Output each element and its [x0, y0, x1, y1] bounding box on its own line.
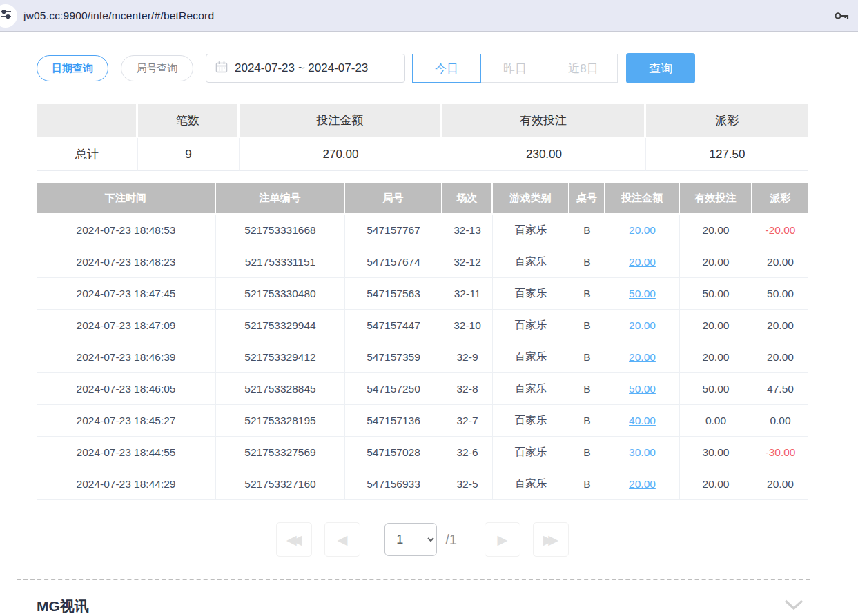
summary-table: 笔数 投注金额 有效投注 派彩 总计 9 270.00 230.00 127.5… — [37, 104, 808, 171]
mg-video-section-header[interactable]: MG视讯 — [37, 597, 808, 616]
valid-bet-cell: 20.00 — [680, 246, 752, 278]
game-type-cell: 百家乐 — [493, 215, 569, 246]
table-row: 2024-07-23 18:45:27 521753328195 5471571… — [37, 405, 808, 437]
bet-amount-link[interactable]: 30.00 — [629, 446, 656, 458]
valid-bet-cell: 30.00 — [680, 437, 752, 468]
round-no-cell: 547157563 — [345, 278, 442, 310]
bet-time-cell: 2024-07-23 18:48:53 — [37, 215, 216, 246]
session-cell: 32-11 — [442, 278, 493, 310]
table-no-cell: B — [569, 373, 605, 405]
table-row: 2024-07-23 18:46:39 521753329412 5471573… — [37, 341, 808, 373]
valid-bet-cell: 20.00 — [680, 341, 752, 373]
game-type-cell: 百家乐 — [493, 310, 569, 341]
total-pages-label: /1 — [445, 532, 457, 548]
bet-amount-cell: 40.00 — [605, 405, 680, 437]
order-no-cell: 521753330480 — [216, 278, 345, 310]
bet-amount-link[interactable]: 20.00 — [629, 351, 656, 363]
date-query-tab[interactable]: 日期查询 — [37, 55, 108, 81]
bet-amount-cell: 20.00 — [605, 468, 680, 500]
summary-payout-value: 127.50 — [646, 138, 808, 171]
next-page-button[interactable]: ▶ — [485, 522, 520, 557]
key-icon[interactable] — [834, 9, 849, 26]
table-row: 2024-07-23 18:48:23 521753331151 5471576… — [37, 246, 808, 278]
valid-bet-cell: 0.00 — [680, 405, 752, 437]
date-range-input[interactable]: 2024-07-23 ~ 2024-07-23 — [206, 54, 405, 83]
date-query-label: 日期查询 — [52, 62, 93, 75]
yesterday-button[interactable]: 昨日 — [480, 54, 549, 83]
bet-record-table: 下注时间 注单编号 局号 场次 游戏类别 桌号 投注金额 有效投注 派彩 202… — [37, 183, 808, 500]
today-button[interactable]: 今日 — [412, 54, 481, 83]
table-no-cell: B — [569, 310, 605, 341]
summary-bet-amount-value: 270.00 — [240, 138, 442, 171]
mg-video-title: MG视讯 — [37, 597, 89, 616]
game-type-cell: 百家乐 — [493, 405, 569, 437]
last8days-button[interactable]: 近8日 — [549, 54, 618, 83]
order-no-cell: 521753328845 — [216, 373, 345, 405]
tune-icon — [0, 8, 12, 23]
summary-total-label: 总计 — [37, 138, 138, 171]
summary-valid-bet-value: 230.00 — [442, 138, 646, 171]
bet-time-cell: 2024-07-23 18:45:27 — [37, 405, 216, 437]
last8days-label: 近8日 — [568, 61, 598, 77]
col-header-payout: 派彩 — [752, 183, 808, 215]
session-cell: 32-10 — [442, 310, 493, 341]
summary-col-bet-amount: 投注金额 — [240, 104, 442, 138]
round-no-cell: 547157250 — [345, 373, 442, 405]
session-cell: 32-6 — [442, 437, 493, 468]
prev-page-button[interactable]: ◀ — [324, 522, 360, 557]
first-page-button[interactable]: ◀◀ — [276, 522, 312, 557]
payout-cell: 20.00 — [752, 468, 808, 500]
bet-amount-link[interactable]: 50.00 — [629, 288, 656, 299]
col-header-order-no: 注单编号 — [216, 183, 345, 215]
table-row: 2024-07-23 18:48:53 521753331668 5471577… — [37, 215, 808, 246]
bet-amount-link[interactable]: 20.00 — [629, 224, 656, 236]
round-no-cell: 547157447 — [345, 310, 442, 341]
bet-time-cell: 2024-07-23 18:46:39 — [37, 341, 216, 373]
valid-bet-cell: 50.00 — [680, 278, 752, 310]
table-no-cell: B — [569, 341, 605, 373]
filter-toolbar: 日期查询 局号查询 2024-07-23 ~ 2024-07-23 — [37, 53, 808, 83]
table-row: 2024-07-23 18:47:45 521753330480 5471575… — [37, 278, 808, 310]
bet-amount-link[interactable]: 40.00 — [629, 415, 656, 426]
order-no-cell: 521753331668 — [216, 215, 345, 246]
last-page-button[interactable]: ▶▶ — [533, 522, 569, 557]
bet-amount-link[interactable]: 20.00 — [629, 256, 656, 268]
bet-amount-link[interactable]: 50.00 — [629, 383, 656, 395]
site-settings-button[interactable] — [0, 4, 17, 28]
table-row: 2024-07-23 18:44:29 521753327160 5471569… — [37, 468, 808, 500]
order-no-cell: 521753329412 — [216, 341, 345, 373]
bet-amount-link[interactable]: 20.00 — [629, 478, 656, 490]
game-type-cell: 百家乐 — [493, 468, 569, 500]
table-no-cell: B — [569, 215, 605, 246]
session-cell: 32-13 — [442, 215, 493, 246]
summary-col-valid-bet: 有效投注 — [442, 104, 646, 138]
next-page-icon: ▶ — [498, 532, 508, 548]
pagination: ◀◀ ◀ 1 /1 ▶ ▶▶ — [37, 522, 808, 557]
payout-cell: 20.00 — [752, 341, 808, 373]
url-text[interactable]: jw05.cc:9900/infe/mcenter/#/betRecord — [23, 10, 214, 22]
summary-total-row: 总计 9 270.00 230.00 127.50 — [37, 138, 808, 171]
page-select[interactable]: 1 — [384, 523, 437, 556]
table-no-cell: B — [569, 405, 605, 437]
bet-table-body: 2024-07-23 18:48:53 521753331668 5471577… — [37, 215, 808, 500]
browser-address-bar: jw05.cc:9900/infe/mcenter/#/betRecord — [0, 0, 858, 32]
table-no-cell: B — [569, 437, 605, 468]
bet-time-cell: 2024-07-23 18:46:05 — [37, 373, 216, 405]
bet-time-cell: 2024-07-23 18:48:23 — [37, 246, 216, 278]
chevron-down-icon[interactable] — [783, 599, 804, 614]
order-no-cell: 521753328195 — [216, 405, 345, 437]
valid-bet-cell: 20.00 — [680, 215, 752, 246]
today-label: 今日 — [435, 61, 458, 77]
search-button[interactable]: 查询 — [626, 53, 695, 83]
bet-time-cell: 2024-07-23 18:44:29 — [37, 468, 216, 500]
round-query-tab[interactable]: 局号查询 — [121, 55, 193, 81]
bet-amount-cell: 50.00 — [605, 278, 680, 310]
col-header-round-no: 局号 — [345, 183, 442, 215]
bet-amount-cell: 20.00 — [605, 246, 680, 278]
bet-amount-link[interactable]: 20.00 — [629, 319, 656, 331]
round-no-cell: 547157767 — [345, 215, 442, 246]
date-range-value: 2024-07-23 ~ 2024-07-23 — [235, 61, 368, 75]
session-cell: 32-12 — [442, 246, 493, 278]
round-no-cell: 547157136 — [345, 405, 442, 437]
col-header-game-type: 游戏类别 — [493, 183, 569, 215]
